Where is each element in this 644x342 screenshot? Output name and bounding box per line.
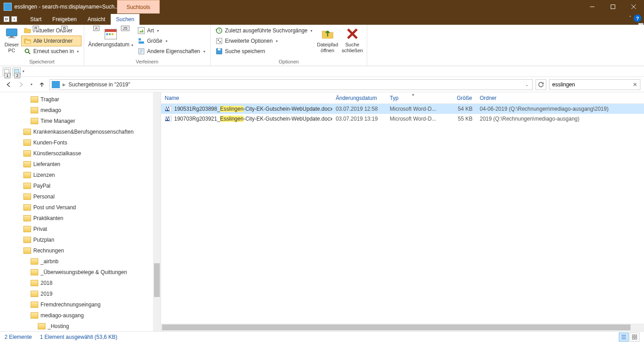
tree-item[interactable]: Putzplan bbox=[0, 234, 153, 245]
column-header-type[interactable]: Typ▴ bbox=[386, 92, 440, 104]
label: Suche schließen bbox=[342, 42, 363, 54]
column-header-date[interactable]: Änderungsdatum bbox=[332, 92, 386, 104]
minimize-button[interactable] bbox=[582, 0, 603, 14]
tree-item[interactable]: _Hosting bbox=[0, 321, 153, 331]
tab-start[interactable]: StartR bbox=[25, 14, 47, 25]
tab-freigeben[interactable]: FreigebenB bbox=[47, 14, 82, 25]
tree-item[interactable]: PayPal bbox=[0, 180, 153, 191]
svg-rect-3 bbox=[8, 37, 15, 38]
tree-item[interactable]: mediago-ausgang bbox=[0, 310, 153, 321]
qat-file-label[interactable]: D bbox=[4, 16, 9, 22]
zuletzt-suchvorgaenge-button[interactable]: Zuletzt ausgeführte Suchvorgänge▾ bbox=[213, 26, 315, 36]
tree-item-label: _Hosting bbox=[48, 323, 69, 329]
address-bar[interactable]: ▶ Suchergebnisse in "2019" ⌄ bbox=[50, 79, 533, 90]
tree-item[interactable]: Lieferanten bbox=[0, 159, 153, 170]
tree-item[interactable]: Rechnungen bbox=[0, 245, 153, 256]
search-input[interactable] bbox=[552, 81, 633, 88]
alle-unterordner-button[interactable]: Alle Unterordner bbox=[22, 36, 81, 46]
column-header-name[interactable]: Name bbox=[161, 92, 332, 104]
up-button[interactable] bbox=[37, 80, 47, 90]
titlebar: esslingen - search-ms:displayname=Such..… bbox=[0, 0, 644, 14]
chevron-down-icon: ▾ bbox=[77, 50, 79, 54]
scrollbar-thumb[interactable] bbox=[154, 263, 160, 297]
file-type: Microsoft Word-D... bbox=[386, 116, 440, 122]
qat-dropdown-icon[interactable]: ▾ bbox=[23, 69, 24, 73]
quick-access-row: 1 2 ▾ bbox=[0, 66, 644, 77]
label: Dateipfad öffnen bbox=[317, 42, 338, 54]
refresh-button[interactable] bbox=[536, 79, 546, 90]
suche-schliessen-button[interactable]: Suche schließen bbox=[340, 26, 364, 54]
qat-file-label2[interactable]: i bbox=[11, 16, 17, 22]
file-row[interactable]: W190531Rg203898_Esslingen-City-EK-Gutsch… bbox=[161, 104, 644, 114]
recent-dropdown[interactable]: ▾ bbox=[29, 80, 34, 90]
kind-icon bbox=[138, 27, 145, 34]
erweiterte-optionen-button[interactable]: Erweiterte Optionen▾ bbox=[213, 36, 315, 46]
qat-item-2[interactable]: 2 bbox=[13, 68, 21, 76]
contextual-tab-searchtools[interactable]: Suchtools bbox=[117, 0, 160, 14]
qat-item-1[interactable]: 1 bbox=[3, 68, 11, 76]
tab-ansicht[interactable]: AnsichtA bbox=[82, 14, 110, 25]
tree-item-label: mediago-ausgang bbox=[41, 312, 84, 319]
folder-icon bbox=[31, 258, 38, 265]
tree-item[interactable]: Praktikanten bbox=[0, 213, 153, 224]
tree-item-label: mediago bbox=[41, 107, 61, 113]
column-header-size[interactable]: Größe bbox=[440, 92, 476, 104]
app-icon bbox=[4, 3, 12, 11]
dieser-pc-button[interactable]: Dieser PC bbox=[3, 26, 21, 54]
tree-item[interactable]: Post und Versand bbox=[0, 202, 153, 213]
advanced-icon bbox=[216, 37, 223, 45]
folders-icon bbox=[24, 37, 31, 45]
back-button[interactable] bbox=[4, 80, 14, 90]
scrollbar-thumb[interactable] bbox=[162, 324, 630, 330]
help-icon[interactable]: ? bbox=[634, 14, 641, 22]
tree-item[interactable]: 2019 bbox=[0, 288, 153, 299]
tree-item[interactable]: Time Manager bbox=[0, 116, 153, 126]
erneut-suchen-button[interactable]: Erneut suchen in▾ bbox=[22, 46, 81, 56]
tree-item-label: 2018 bbox=[41, 280, 53, 286]
dateipfad-oeffnen-button[interactable]: Dateipfad öffnen bbox=[315, 26, 339, 54]
andere-eigenschaften-button[interactable]: Andere Eigenschaften▾ bbox=[135, 46, 207, 56]
tree-item[interactable]: _Überweisungsbelege & Quittungen bbox=[0, 267, 153, 278]
tree-item[interactable]: Tragbar bbox=[0, 94, 153, 105]
breadcrumb-separator-icon[interactable]: ▶ bbox=[63, 82, 66, 87]
search-box[interactable]: ✕ bbox=[549, 79, 640, 90]
tree-item[interactable]: Privat bbox=[0, 224, 153, 234]
address-dropdown-icon[interactable]: ⌄ bbox=[523, 82, 531, 87]
ribbon-collapse-icon[interactable]: ˆ bbox=[630, 16, 631, 21]
aktueller-ordner-button[interactable]: Aktueller Ordner bbox=[22, 26, 81, 36]
folder-icon bbox=[23, 150, 31, 157]
tree-scrollbar[interactable] bbox=[153, 92, 161, 331]
tree-item[interactable]: Krankenkassen&Berufsgenossenschaften bbox=[0, 126, 153, 137]
horizontal-scrollbar[interactable] bbox=[161, 324, 644, 331]
groesse-button[interactable]: Größe▾ bbox=[135, 36, 207, 46]
suche-speichern-button[interactable]: Suche speichern bbox=[213, 46, 315, 56]
art-button[interactable]: Art▾ bbox=[135, 26, 207, 36]
tree-item[interactable]: Lizenzen bbox=[0, 170, 153, 180]
breadcrumb-text[interactable]: Suchergebnisse in "2019" bbox=[68, 81, 130, 88]
tree-item[interactable]: Fremdrechnungseingang bbox=[0, 299, 153, 310]
folder-icon bbox=[31, 118, 38, 124]
keytip: B bbox=[61, 26, 68, 31]
file-folder: 04-06-2019 (Q:\Rechnungen\mediago-ausgan… bbox=[476, 106, 644, 112]
tree-item-label: _airbnb bbox=[41, 258, 59, 265]
tree-item[interactable]: mediago bbox=[0, 105, 153, 116]
file-row[interactable]: W190703Rg203921_Esslingen-City-EK-Gutsch… bbox=[161, 114, 644, 124]
forward-button[interactable] bbox=[16, 80, 26, 90]
folder-icon bbox=[23, 161, 31, 167]
clear-search-icon[interactable]: ✕ bbox=[633, 81, 637, 88]
tab-suchen[interactable]: SuchenJS bbox=[111, 14, 140, 25]
tree-item[interactable]: _airbnb bbox=[0, 256, 153, 267]
tree-item[interactable]: 2018 bbox=[0, 278, 153, 288]
view-details-button[interactable] bbox=[619, 333, 629, 342]
folder-icon bbox=[23, 140, 31, 146]
view-icons-button[interactable] bbox=[630, 333, 639, 342]
folder-icon bbox=[23, 129, 31, 135]
folder-tree[interactable]: TragbarmediagoTime ManagerKrankenkassen&… bbox=[0, 92, 153, 331]
close-button[interactable] bbox=[623, 0, 644, 14]
column-header-folder[interactable]: Ordner bbox=[476, 92, 644, 104]
file-list[interactable]: W190531Rg203898_Esslingen-City-EK-Gutsch… bbox=[161, 104, 644, 324]
maximize-button[interactable] bbox=[603, 0, 623, 14]
tree-item[interactable]: Künstlersozialkasse bbox=[0, 148, 153, 159]
tree-item[interactable]: Personal bbox=[0, 191, 153, 202]
tree-item[interactable]: Kunden-Fonts bbox=[0, 137, 153, 148]
